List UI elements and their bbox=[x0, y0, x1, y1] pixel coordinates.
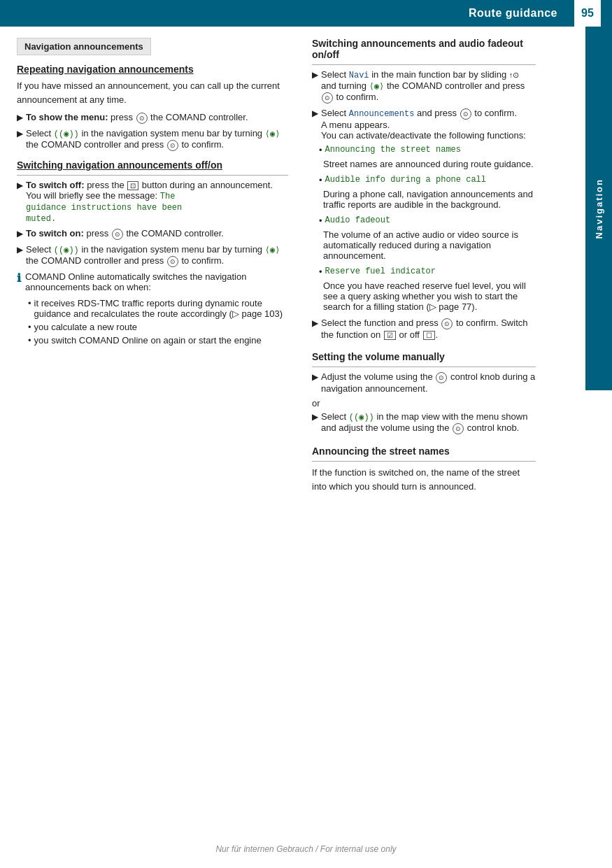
func3-dot: • bbox=[319, 215, 322, 226]
nav-icon-3: ((◉)) bbox=[54, 246, 79, 255]
show-menu-text: To show the menu: press ⊙ the COMAND con… bbox=[26, 112, 248, 124]
sub-bullet-1: • it receives RDS-TMC traffic reports du… bbox=[28, 298, 288, 319]
func2-dot: • bbox=[319, 175, 322, 185]
bullet-dot-2: • bbox=[28, 322, 31, 332]
func1-desc: Street names are announced during route … bbox=[312, 159, 536, 169]
divider-1 bbox=[17, 175, 288, 176]
slide-icon: ↑⊙ bbox=[509, 71, 520, 79]
bullet-dot-3: • bbox=[28, 335, 31, 346]
arrow-icon-4: ▶ bbox=[17, 229, 23, 239]
comand-btn-5: ⊙ bbox=[322, 92, 333, 104]
vol-knob-icon-2: ⊙ bbox=[453, 423, 464, 434]
switch-off-item: ▶ To switch off: press the ⊡ button duri… bbox=[17, 180, 288, 224]
switching-audio-heading: Switching announcements and audio fadeou… bbox=[312, 38, 536, 60]
nav-icon-2: ⟨◉⟩ bbox=[265, 129, 280, 139]
or-label: or bbox=[312, 398, 536, 408]
switching-nav-heading: Switching navigation announcements off/o… bbox=[17, 159, 288, 171]
mute-btn: ⊡ bbox=[127, 181, 138, 190]
function-3: • Audio fadeout The volume of an active … bbox=[312, 215, 536, 261]
info-text: COMAND Online automatically switches the… bbox=[25, 271, 288, 292]
switch-on-text: To switch on: press ⊙ the COMAND control… bbox=[26, 228, 224, 240]
side-nav-label: Navigation bbox=[594, 178, 604, 239]
select-nav-item: ▶ Select ((◉)) in the navigation system … bbox=[17, 128, 288, 151]
switch-on-item: ▶ To switch on: press ⊙ the COMAND contr… bbox=[17, 228, 288, 240]
setting-volume-section: Setting the volume manually ▶ Adjust the… bbox=[312, 351, 536, 434]
switch-off-text: To switch off: press the ⊡ button during… bbox=[26, 180, 273, 224]
check-icon: ☑ bbox=[384, 331, 396, 340]
bullet-dot-1: • bbox=[28, 298, 31, 308]
sub-bullets: • it receives RDS-TMC traffic reports du… bbox=[17, 298, 288, 346]
nav-icon-1: ((◉)) bbox=[54, 129, 79, 139]
select-nav-item-2: ▶ Select ((◉)) in the navigation system … bbox=[17, 244, 288, 267]
right-column: Switching announcements and audio fadeou… bbox=[301, 38, 574, 504]
side-nav: Navigation bbox=[585, 27, 612, 390]
switching-audio-section: Switching announcements and audio fadeou… bbox=[312, 38, 536, 340]
func4-dot: • bbox=[319, 266, 322, 277]
func2-label: Audible info during a phone call bbox=[325, 175, 486, 185]
uncheck-icon: ☐ bbox=[423, 331, 435, 340]
switching-nav-section: Switching navigation announcements off/o… bbox=[17, 159, 288, 176]
header-bar: Route guidance 95 bbox=[0, 0, 612, 27]
announcing-heading: Announcing the street names bbox=[312, 446, 536, 457]
nav-announcements-box: Navigation announcements bbox=[17, 38, 151, 55]
func1-dot: • bbox=[319, 145, 322, 155]
arrow-icon-10: ▶ bbox=[312, 412, 318, 422]
sub-bullet-text-1: it receives RDS-TMC traffic reports duri… bbox=[34, 298, 288, 319]
arrow-icon-1: ▶ bbox=[17, 113, 23, 122]
divider-2 bbox=[312, 64, 536, 65]
select-ann-text: Select Announcements and press ⊙ to conf… bbox=[321, 108, 526, 141]
announcing-section: Announcing the street names If the funct… bbox=[312, 446, 536, 493]
sub-bullet-text-2: you calculate a new route bbox=[34, 322, 137, 332]
setting-volume-heading: Setting the volume manually bbox=[312, 351, 536, 362]
map-icon: ((◉)) bbox=[349, 413, 374, 422]
select-navi-item: ▶ Select Navi in the main function bar b… bbox=[312, 69, 536, 104]
page-number: 95 bbox=[574, 0, 601, 27]
arrow-icon-8: ▶ bbox=[312, 318, 318, 328]
info-icon: ℹ bbox=[17, 271, 21, 285]
arrow-icon-9: ▶ bbox=[312, 372, 318, 382]
func3-bullet: • Audio fadeout bbox=[312, 215, 536, 227]
comand-btn-2: ⊙ bbox=[167, 140, 178, 151]
repeating-nav-heading: Repeating navigation announcements bbox=[17, 64, 288, 75]
sub-bullet-text-3: you switch COMAND Online on again or sta… bbox=[34, 335, 262, 346]
sub-bullet-3: • you switch COMAND Online on again or s… bbox=[28, 335, 288, 346]
comand-btn-7: ⊙ bbox=[441, 318, 453, 329]
sub-bullet-2: • you calculate a new route bbox=[28, 322, 288, 332]
function-1: • Announcing the street names Street nam… bbox=[312, 145, 536, 169]
func2-bullet: • Audible info during a phone call bbox=[312, 175, 536, 186]
func3-desc: The volume of an active audio or video s… bbox=[312, 229, 536, 261]
switch-on-label: To switch on: bbox=[26, 228, 84, 239]
select-ann-item: ▶ Select Announcements and press ⊙ to co… bbox=[312, 108, 536, 141]
func1-text: Street names are announced during route … bbox=[323, 159, 534, 169]
vol-knob-icon: ⊙ bbox=[436, 372, 447, 383]
comand-btn-4: ⊙ bbox=[167, 256, 178, 267]
select-nav-text-2: Select ((◉)) in the navigation system me… bbox=[26, 244, 288, 267]
func3-label: Audio fadeout bbox=[325, 215, 391, 225]
vol-text: Adjust the volume using the ⊙ control kn… bbox=[321, 371, 536, 394]
func1-bullet: • Announcing the street names bbox=[312, 145, 536, 156]
repeating-nav-body: If you have missed an announcement, you … bbox=[17, 79, 288, 106]
info-box: ℹ COMAND Online automatically switches t… bbox=[17, 271, 288, 292]
select-confirm-text: Select the function and press ⊙ to confi… bbox=[321, 318, 536, 340]
navi-label: Navi bbox=[349, 71, 369, 80]
func4-label: Reserve fuel indicator bbox=[325, 266, 436, 276]
func3-text: The volume of an active audio or video s… bbox=[323, 229, 518, 261]
function-4: • Reserve fuel indicator Once you have r… bbox=[312, 266, 536, 312]
nav-announcements-label: Navigation announcements bbox=[24, 41, 143, 52]
function-2: • Audible info during a phone call Durin… bbox=[312, 175, 536, 210]
turn-icon-1: ⟨◉⟩ bbox=[369, 82, 385, 92]
select-confirm-item: ▶ Select the function and press ⊙ to con… bbox=[312, 318, 536, 340]
select-navi-text: Select Navi in the main function bar by … bbox=[321, 69, 536, 104]
header-title: Route guidance bbox=[469, 7, 557, 20]
nav-icon-4: ⟨◉⟩ bbox=[265, 246, 280, 255]
announcing-text: If the function is switched on, the name… bbox=[312, 466, 536, 493]
select-nav-text: Select ((◉)) in the navigation system me… bbox=[26, 128, 288, 151]
arrow-icon-7: ▶ bbox=[312, 108, 318, 118]
func2-text: During a phone call, navigation announce… bbox=[323, 189, 533, 210]
page-container: Route guidance 95 Navigation Navigation … bbox=[0, 0, 612, 868]
arrow-icon-2: ▶ bbox=[17, 129, 23, 138]
comand-btn-6: ⊙ bbox=[460, 108, 471, 120]
switch-off-label: To switch off: bbox=[26, 180, 85, 190]
comand-btn-1: ⊙ bbox=[136, 113, 148, 124]
func4-text: Once you have reached reserve fuel level… bbox=[323, 280, 526, 312]
